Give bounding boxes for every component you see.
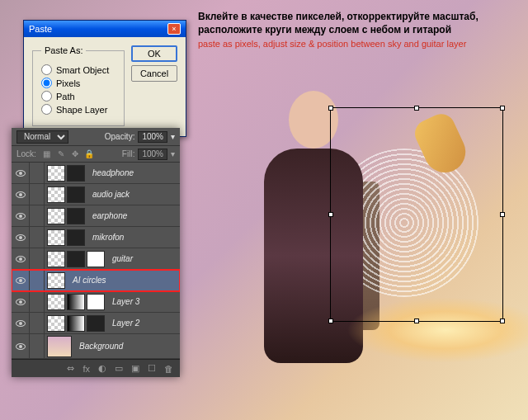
layer-thumb[interactable] <box>87 315 105 332</box>
radio-path-input[interactable] <box>41 91 52 101</box>
layer-thumb[interactable] <box>47 186 65 203</box>
layer-link-col <box>30 334 45 358</box>
layer-thumb[interactable] <box>47 336 72 357</box>
chevron-down-icon[interactable]: ▾ <box>171 149 175 158</box>
visibility-toggle[interactable] <box>12 291 30 312</box>
annotation-en: paste as pixels, adjust size & position … <box>198 38 515 50</box>
group-icon[interactable]: ▣ <box>131 363 139 374</box>
layer-thumbs <box>45 186 87 203</box>
layer-thumb[interactable] <box>67 229 85 246</box>
eye-icon <box>16 299 26 305</box>
visibility-toggle[interactable] <box>12 270 30 290</box>
visibility-toggle[interactable] <box>12 227 30 248</box>
visibility-toggle[interactable] <box>12 313 30 333</box>
lock-transparency-icon[interactable]: ▦ <box>41 149 53 160</box>
radio-smart-object-input[interactable] <box>41 64 52 75</box>
layer-link-col <box>30 313 45 333</box>
layer-name[interactable]: headphone <box>87 168 134 177</box>
fx-icon[interactable]: fx <box>82 364 90 374</box>
layer-thumbs <box>45 208 87 224</box>
layer-name[interactable]: AI circles <box>68 276 106 285</box>
layer-row-ai-circles[interactable]: AI circles <box>12 270 180 291</box>
cancel-button[interactable]: Cancel <box>131 65 177 82</box>
layer-thumbs <box>45 315 107 332</box>
transform-handle-tl[interactable] <box>328 106 333 111</box>
ok-button[interactable]: OK <box>131 45 177 62</box>
layer-thumb[interactable] <box>67 165 85 182</box>
layer-row-layer-2[interactable]: Layer 2 <box>12 313 180 334</box>
layer-row-audio-jack[interactable]: audio jack <box>12 184 180 205</box>
fieldset-legend: Paste As: <box>41 45 86 55</box>
layer-name[interactable]: mikrofon <box>87 233 124 242</box>
trash-icon[interactable]: 🗑 <box>164 364 173 374</box>
layer-thumb[interactable] <box>67 251 85 267</box>
link-layers-icon[interactable]: ⇔ <box>67 363 74 374</box>
layer-name[interactable]: audio jack <box>87 190 130 199</box>
radio-shape-layer[interactable]: Shape Layer <box>41 104 116 115</box>
layer-row-background[interactable]: Background <box>12 334 180 359</box>
layer-name[interactable]: guitar <box>107 254 133 263</box>
mask-icon[interactable]: ◐ <box>98 363 106 374</box>
layer-thumb[interactable] <box>47 294 65 310</box>
dialog-titlebar[interactable]: Paste × <box>24 21 186 37</box>
layer-thumb[interactable] <box>67 294 85 310</box>
visibility-toggle[interactable] <box>12 248 30 269</box>
layer-row-earphone[interactable]: earphone <box>12 205 180 227</box>
eye-icon <box>16 170 26 177</box>
layer-thumb[interactable] <box>47 229 65 246</box>
fill-value[interactable]: 100% <box>138 149 167 160</box>
layer-thumb[interactable] <box>67 186 85 203</box>
radio-shape-layer-input[interactable] <box>41 104 52 115</box>
radio-smart-object[interactable]: Smart Object <box>41 64 116 75</box>
eye-icon <box>16 191 26 198</box>
layer-row-guitar[interactable]: guitar <box>12 248 180 270</box>
layer-thumb[interactable] <box>47 165 65 182</box>
transform-bounding-box[interactable] <box>330 107 503 322</box>
layer-thumb[interactable] <box>47 272 65 289</box>
eye-icon <box>16 277 26 284</box>
new-layer-icon[interactable]: ☐ <box>148 363 156 374</box>
transform-handle-tm[interactable] <box>414 106 419 111</box>
lock-all-icon[interactable]: 🔒 <box>83 149 95 160</box>
layer-row-layer-3[interactable]: Layer 3 <box>12 291 180 313</box>
close-icon[interactable]: × <box>167 23 181 35</box>
lock-label: Lock: <box>16 149 36 158</box>
layer-name[interactable]: Layer 2 <box>107 319 139 328</box>
lock-position-icon[interactable]: ✥ <box>69 149 81 160</box>
layer-thumb[interactable] <box>47 315 65 332</box>
transform-handle-br[interactable] <box>500 319 505 323</box>
opacity-label: Opacity: <box>105 132 135 141</box>
transform-handle-ml[interactable] <box>328 212 333 217</box>
blend-mode-select[interactable]: Normal <box>16 130 68 144</box>
layer-thumb[interactable] <box>47 251 65 267</box>
visibility-toggle[interactable] <box>12 334 30 358</box>
annotation-text: Вклейте в качестве пикселей, откорректир… <box>198 10 515 50</box>
layer-name[interactable]: Background <box>74 342 123 351</box>
lock-paint-icon[interactable]: ✎ <box>55 149 67 160</box>
layer-thumb[interactable] <box>67 315 85 332</box>
radio-pixels[interactable]: Pixels <box>41 78 116 88</box>
adjustment-icon[interactable]: ▭ <box>115 363 123 374</box>
visibility-toggle[interactable] <box>12 163 30 183</box>
layer-thumb[interactable] <box>87 294 105 310</box>
radio-pixels-input[interactable] <box>41 78 52 88</box>
visibility-toggle[interactable] <box>12 184 30 205</box>
visibility-toggle[interactable] <box>12 205 30 226</box>
transform-handle-bl[interactable] <box>328 319 333 323</box>
layer-row-headphone[interactable]: headphone <box>12 163 180 184</box>
layer-link-col <box>30 227 45 248</box>
opacity-value[interactable]: 100% <box>138 131 167 143</box>
transform-handle-bm[interactable] <box>414 319 419 323</box>
layer-thumb[interactable] <box>87 251 105 267</box>
layer-row-mikrofon[interactable]: mikrofon <box>12 227 180 248</box>
layer-name[interactable]: Layer 3 <box>107 297 139 306</box>
eye-icon <box>16 320 26 327</box>
radio-path[interactable]: Path <box>41 91 116 101</box>
layer-name[interactable]: earphone <box>87 211 127 220</box>
chevron-down-icon[interactable]: ▾ <box>171 132 175 141</box>
transform-handle-tr[interactable] <box>500 106 505 111</box>
transform-handle-mr[interactable] <box>500 212 505 217</box>
layer-thumb[interactable] <box>67 208 85 224</box>
layer-thumb[interactable] <box>47 208 65 224</box>
layer-link-col <box>30 163 45 183</box>
